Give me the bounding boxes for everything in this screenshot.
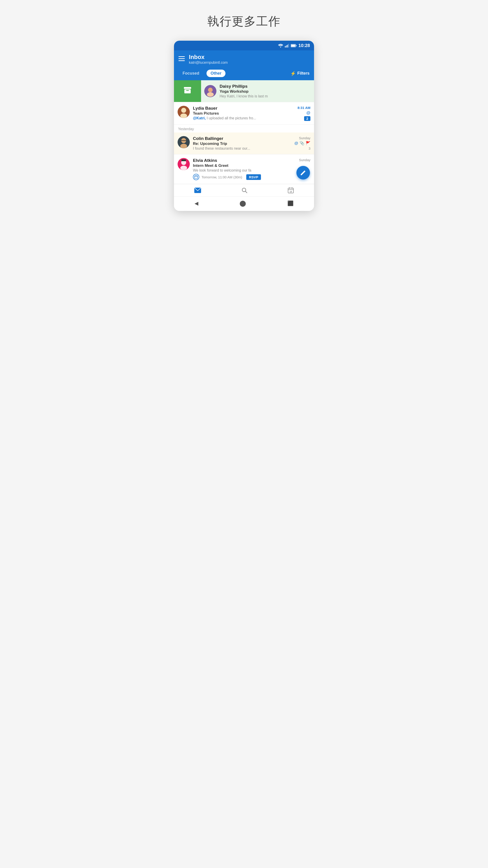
svg-rect-2 xyxy=(286,45,287,48)
svg-rect-28 xyxy=(182,159,186,161)
bottom-nav: 18 xyxy=(174,184,314,196)
nav-mail[interactable] xyxy=(194,188,201,193)
top-bar: Inbox katri@lucernpubintl.com xyxy=(174,51,314,67)
email-meta-elvia: Sunday xyxy=(299,158,311,162)
svg-rect-6 xyxy=(296,45,296,46)
home-button[interactable] xyxy=(239,200,246,207)
svg-rect-13 xyxy=(186,90,189,91)
calendar-small-icon xyxy=(193,174,199,180)
event-row-elvia: Tomorrow, 11:00 AM (30m) RSVP xyxy=(193,174,296,180)
svg-rect-9 xyxy=(178,58,185,59)
email-preview-elvia: We look forward to welcoming our fa xyxy=(193,168,296,173)
svg-point-23 xyxy=(180,144,187,148)
svg-rect-10 xyxy=(178,60,185,61)
email-subject-elvia: Intern Meet & Greet xyxy=(193,163,296,168)
svg-point-20 xyxy=(180,114,187,118)
email-row-daisy[interactable]: Daisy Phillips Yoga Workshop Hey Katri, … xyxy=(174,80,314,102)
lightning-icon: ⚡ xyxy=(290,71,296,76)
email-content-daisy[interactable]: Daisy Phillips Yoga Workshop Hey Katri, … xyxy=(201,80,314,102)
email-preview-colin: I found these restaurants near our... xyxy=(193,147,291,151)
status-icons: 10:28 xyxy=(278,43,310,48)
tabs-row: Focused Other ⚡ Filters xyxy=(174,67,314,80)
svg-point-16 xyxy=(207,92,214,97)
svg-rect-24 xyxy=(181,140,187,141)
svg-rect-4 xyxy=(288,44,289,48)
compose-fab[interactable] xyxy=(296,166,310,180)
system-nav xyxy=(174,196,314,211)
battery-icon xyxy=(291,44,297,47)
clip-icon-colin: 📎 xyxy=(300,141,304,146)
email-body-daisy: Daisy Phillips Yoga Workshop Hey Katri, … xyxy=(220,84,311,98)
avatar-colin xyxy=(177,136,190,148)
avatar-daisy xyxy=(204,85,217,97)
mention-lydia: @Katri, xyxy=(193,116,206,120)
email-body-elvia: Elvia Atkins Intern Meet & Greet We look… xyxy=(193,158,296,180)
flag-icon-colin: 🚩 xyxy=(306,141,311,146)
nav-search[interactable] xyxy=(241,187,248,193)
nav-calendar[interactable]: 18 xyxy=(288,187,294,193)
email-sender-colin: Colin Ballinger xyxy=(193,136,291,141)
count-colin: 3 xyxy=(308,147,311,150)
recents-button[interactable] xyxy=(287,200,293,206)
back-button[interactable] xyxy=(195,200,198,206)
inbox-title: Inbox xyxy=(189,54,228,61)
svg-rect-30 xyxy=(195,175,196,176)
filters-button[interactable]: ⚡ Filters xyxy=(290,71,310,76)
archive-icon xyxy=(184,86,192,96)
signal-icon xyxy=(285,44,289,48)
svg-rect-39 xyxy=(288,189,293,190)
svg-rect-11 xyxy=(184,87,191,89)
rsvp-button[interactable]: RSVP xyxy=(246,174,261,180)
svg-rect-29 xyxy=(195,176,198,179)
hamburger-icon[interactable] xyxy=(178,56,185,62)
email-row-lydia[interactable]: Lydia Bauer Team Pictures @Katri, I uplo… xyxy=(174,102,314,125)
svg-rect-8 xyxy=(178,56,185,57)
status-time: 10:28 xyxy=(298,43,310,48)
archive-action[interactable] xyxy=(174,80,201,102)
email-body-lydia: Lydia Bauer Team Pictures @Katri, I uplo… xyxy=(193,106,294,120)
tab-other[interactable]: Other xyxy=(206,70,225,77)
preview-rest-lydia: I uploaded all the pictures fro... xyxy=(207,116,256,120)
email-body-colin: Colin Ballinger Re: Upcoming Trip I foun… xyxy=(193,136,291,151)
email-time-colin: Sunday xyxy=(299,136,311,140)
avatar-lydia xyxy=(177,106,190,118)
calendar-icon: 18 xyxy=(288,187,294,193)
colin-meta-icons: @ 📎 🚩 xyxy=(294,141,311,146)
svg-rect-7 xyxy=(291,44,295,46)
email-time-elvia: Sunday xyxy=(299,158,311,162)
svg-point-17 xyxy=(208,88,213,92)
count-badge-lydia: 2 xyxy=(304,116,311,121)
svg-rect-12 xyxy=(184,89,191,93)
wifi-icon xyxy=(278,44,283,48)
status-bar: 10:28 xyxy=(174,41,314,51)
svg-line-35 xyxy=(246,191,247,193)
inbox-email: katri@lucernpubintl.com xyxy=(189,61,228,65)
svg-rect-38 xyxy=(292,187,292,189)
search-icon xyxy=(241,187,248,193)
page-title: 執行更多工作 xyxy=(207,13,281,29)
tab-focused[interactable]: Focused xyxy=(178,70,203,77)
email-meta-colin: Sunday @ 📎 🚩 3 xyxy=(294,136,311,150)
phone-frame: 10:28 Inbox katri@lucernpubintl.com Focu… xyxy=(174,41,314,211)
email-sender-elvia: Elvia Atkins xyxy=(193,158,296,163)
email-subject-daisy: Yoga Workshop xyxy=(220,89,311,94)
svg-point-19 xyxy=(181,108,186,113)
email-row-elvia[interactable]: Elvia Atkins Intern Meet & Greet We look… xyxy=(174,154,314,184)
svg-text:18: 18 xyxy=(290,191,292,193)
filters-label: Filters xyxy=(297,71,310,76)
email-sender-daisy: Daisy Phillips xyxy=(220,84,311,89)
email-sender-lydia: Lydia Bauer xyxy=(193,106,294,111)
email-row-colin[interactable]: Colin Ballinger Re: Upcoming Trip I foun… xyxy=(174,132,314,154)
email-list-inner: Daisy Phillips Yoga Workshop Hey Katri, … xyxy=(174,80,314,184)
svg-rect-32 xyxy=(195,177,198,177)
email-preview-lydia: @Katri, I uploaded all the pictures fro.… xyxy=(193,116,294,120)
email-subject-lydia: Team Pictures xyxy=(193,111,294,116)
svg-rect-37 xyxy=(289,187,290,189)
svg-rect-31 xyxy=(197,175,197,176)
email-meta-lydia: 8:31 AM @ 2 xyxy=(297,106,311,121)
email-preview-daisy: Hey Katri, I know this is last m xyxy=(220,94,311,98)
email-subject-colin: Re: Upcoming Trip xyxy=(193,142,291,146)
at-icon-lydia: @ xyxy=(306,111,311,115)
svg-rect-1 xyxy=(285,46,286,48)
email-list: Daisy Phillips Yoga Workshop Hey Katri, … xyxy=(174,80,314,184)
